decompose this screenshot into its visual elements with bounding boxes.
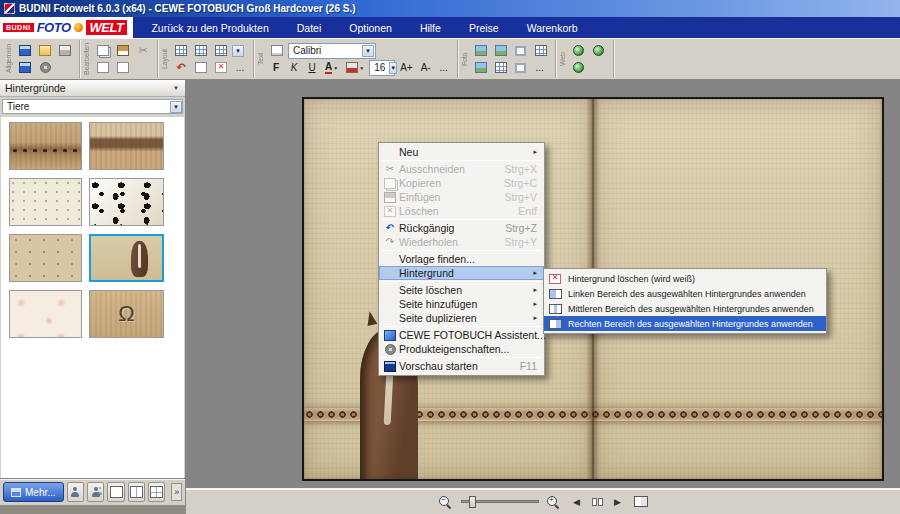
layout-single-page-button[interactable] xyxy=(107,482,124,502)
print-button[interactable] xyxy=(56,42,74,59)
menu-item-vorlage-finden[interactable]: Vorlage finden... xyxy=(379,252,544,266)
background-thumbnail-cream-dots[interactable] xyxy=(9,178,82,226)
underline-button[interactable]: U xyxy=(304,60,320,76)
submenu-item-rechten-bereich[interactable]: Rechten Bereich des ausgewählten Hinterg… xyxy=(544,316,826,331)
menu-item-loeschen[interactable]: Löschen Entf xyxy=(379,204,544,218)
menu-item-hintergrund[interactable]: Hintergrund ▸ xyxy=(379,266,544,280)
menu-item-label: Kopieren xyxy=(399,177,441,189)
fill-color-button[interactable]: ▼ xyxy=(343,60,367,76)
menu-item-hilfe[interactable]: Hilfe xyxy=(418,20,443,36)
photo-mask-button[interactable] xyxy=(512,59,530,76)
menu-item-rueckgaengig[interactable]: ↶ Rückgängig Strg+Z xyxy=(379,221,544,235)
photo-frame-button[interactable] xyxy=(512,42,530,59)
single-person-view-button[interactable] xyxy=(67,482,84,502)
menu-item-produkteigenschaften[interactable]: Produkteigenschaften... xyxy=(379,342,544,356)
undo-button[interactable]: ↶ xyxy=(172,59,190,76)
font-family-select[interactable]: Calibri ▼ xyxy=(288,43,376,59)
menu-item-zurueck[interactable]: Zurück zu den Produkten xyxy=(149,20,270,36)
font-size-select[interactable]: 16 ▼ xyxy=(369,60,395,76)
zoom-slider-handle[interactable] xyxy=(469,496,476,508)
more-text-options-button[interactable]: ... xyxy=(436,60,452,76)
insert-photo-button[interactable] xyxy=(472,42,490,59)
save-button[interactable] xyxy=(16,42,34,59)
layout-dropdown-button[interactable]: ▼ xyxy=(232,45,244,57)
menu-item-seite-loeschen[interactable]: Seite löschen ▸ xyxy=(379,283,544,297)
category-dropdown-button[interactable]: ▼ xyxy=(170,101,182,113)
group-label-foto: Foto xyxy=(460,41,469,77)
background-thumbnail-horseshoe[interactable]: Ω xyxy=(89,290,164,338)
increase-font-button[interactable]: A+ xyxy=(397,60,416,76)
previous-page-button[interactable]: ◀ xyxy=(569,493,585,511)
page-option-2-button[interactable] xyxy=(114,59,132,76)
background-thumbnail-brown-band[interactable] xyxy=(89,122,164,170)
more-photo-options-button[interactable]: ... xyxy=(532,60,548,76)
more-layout-options-button[interactable]: ... xyxy=(232,60,248,76)
menu-shortcut: Strg+Y xyxy=(495,236,537,248)
italic-button[interactable]: K xyxy=(286,60,302,76)
background-thumbnail-tan-chain[interactable] xyxy=(9,122,82,170)
background-thumbnail-pink-flowers[interactable] xyxy=(9,290,82,338)
open-button[interactable] xyxy=(36,42,54,59)
web-share-button[interactable] xyxy=(570,42,588,59)
layout-grid-button[interactable] xyxy=(172,42,190,59)
scissors-icon: ✂ xyxy=(138,45,147,56)
background-thumbnail-beige-dots[interactable] xyxy=(9,234,82,282)
menu-item-assistent[interactable]: CEWE FOTOBUCH Assistent... xyxy=(379,328,544,342)
menu-item-einfuegen[interactable]: Einfügen Strg+V xyxy=(379,190,544,204)
group-person-view-button[interactable] xyxy=(87,482,104,502)
zoom-out-button[interactable]: − xyxy=(438,493,454,511)
layout-columns-button[interactable] xyxy=(212,42,230,59)
settings-button[interactable] xyxy=(36,59,54,76)
layout-double-page-button[interactable] xyxy=(128,482,145,502)
mehr-button[interactable]: Mehr... xyxy=(3,482,64,502)
menu-item-preise[interactable]: Preise xyxy=(467,20,501,36)
collapse-panel-button[interactable]: » xyxy=(171,483,182,501)
background-thumbnail-dalmatian[interactable] xyxy=(89,178,164,226)
menu-item-seite-hinzufuegen[interactable]: Seite hinzufügen ▸ xyxy=(379,297,544,311)
background-thumbnail-horse-selected[interactable] xyxy=(89,234,164,282)
web-gallery-button[interactable] xyxy=(570,59,588,76)
cut-button[interactable]: ✂ xyxy=(134,42,152,59)
menu-item-neu[interactable]: Neu ▸ xyxy=(379,145,544,159)
next-page-button[interactable]: ▶ xyxy=(610,493,626,511)
pages-button[interactable] xyxy=(192,59,210,76)
decrease-font-button[interactable]: A- xyxy=(418,60,434,76)
zoom-slider[interactable] xyxy=(461,500,539,503)
submenu-item-hintergrund-loeschen[interactable]: Hintergrund löschen (wird weiß) xyxy=(544,271,826,286)
submenu-item-linken-bereich[interactable]: Linken Bereich des ausgewählten Hintergr… xyxy=(544,286,826,301)
insert-textbox-button[interactable] xyxy=(268,42,286,59)
layout-template-button[interactable] xyxy=(192,42,210,59)
photo-icon xyxy=(495,45,507,56)
save-as-button[interactable] xyxy=(16,59,34,76)
menu-item-wiederholen[interactable]: ↷ Wiederholen Strg+Y xyxy=(379,235,544,249)
paint-icon xyxy=(346,62,358,73)
menu-item-datei[interactable]: Datei xyxy=(295,20,324,36)
submenu-arrow-icon: ▸ xyxy=(533,148,537,156)
view-mode-button[interactable] xyxy=(633,493,649,511)
web-upload-button[interactable] xyxy=(590,42,608,59)
menu-item-warenkorb[interactable]: Warenkorb xyxy=(525,20,580,36)
toolbar-group-allgemein: Allgemein xyxy=(2,40,80,78)
toolbar-row xyxy=(570,59,608,76)
photo-effects-button[interactable] xyxy=(492,42,510,59)
photo-border-button[interactable] xyxy=(472,59,490,76)
bold-button[interactable]: F xyxy=(268,60,284,76)
menu-item-optionen[interactable]: Optionen xyxy=(347,20,394,36)
photo-collage-button[interactable] xyxy=(492,59,510,76)
menu-item-seite-duplizieren[interactable]: Seite duplizieren ▸ xyxy=(379,311,544,325)
zoom-in-button[interactable]: + xyxy=(546,493,562,511)
paste-button[interactable] xyxy=(114,42,132,59)
remove-layout-button[interactable] xyxy=(212,59,230,76)
font-color-button[interactable]: A ▼ xyxy=(322,60,341,76)
copy-button[interactable] xyxy=(94,42,112,59)
copy-glyph xyxy=(384,178,396,189)
menu-item-kopieren[interactable]: Kopieren Strg+C xyxy=(379,176,544,190)
category-select[interactable]: Tiere ▼ xyxy=(2,99,183,114)
photo-grid-button[interactable] xyxy=(532,42,550,59)
menu-item-ausschneiden[interactable]: ✂ Ausschneiden Strg+X xyxy=(379,162,544,176)
menu-item-vorschau-starten[interactable]: Vorschau starten F11 xyxy=(379,359,544,373)
sidebar-header[interactable]: Hintergründe ▼ xyxy=(0,80,185,97)
submenu-item-mittleren-bereich[interactable]: Mittleren Bereich des ausgewählten Hinte… xyxy=(544,301,826,316)
page-option-button[interactable] xyxy=(94,59,112,76)
layout-grid-page-button[interactable] xyxy=(148,482,165,502)
